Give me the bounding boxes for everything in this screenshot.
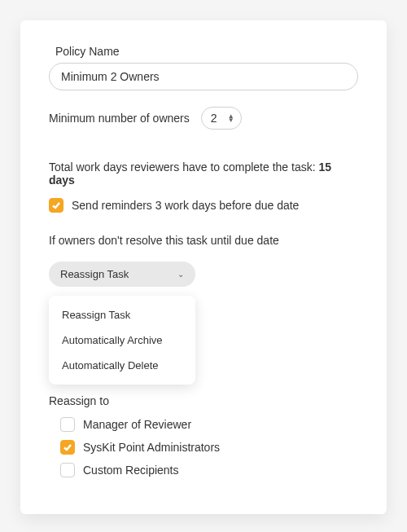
- reassign-custom-checkbox[interactable]: [60, 463, 75, 477]
- action-dropdown-menu: Reassign Task Automatically Archive Auto…: [49, 296, 195, 385]
- dropdown-item-archive[interactable]: Automatically Archive: [49, 328, 195, 353]
- policy-form-card: Policy Name Minimum number of owners 2 ▲…: [20, 20, 387, 514]
- min-owners-value: 2: [208, 112, 217, 125]
- stepper-controls: ▲ ▼: [228, 114, 234, 122]
- min-owners-row: Minimum number of owners 2 ▲ ▼: [49, 107, 358, 130]
- workdays-prefix: Total work days reviewers have to comple…: [49, 160, 318, 174]
- reassign-admins-label: SysKit Point Administrators: [83, 441, 220, 454]
- policy-name-label: Policy Name: [55, 45, 358, 58]
- action-dropdown: Reassign Task ⌄ Reassign Task Automatica…: [49, 262, 195, 287]
- min-owners-label: Minimum number of owners: [49, 112, 190, 125]
- min-owners-stepper[interactable]: 2 ▲ ▼: [201, 107, 242, 130]
- reassign-to-label: Reassign to: [49, 394, 358, 407]
- reassign-admins-row: SysKit Point Administrators: [60, 440, 358, 455]
- reassign-section: Reassign to Manager of Reviewer SysKit P…: [49, 394, 358, 477]
- workdays-text: Total work days reviewers have to comple…: [49, 160, 358, 187]
- reassign-options: Manager of Reviewer SysKit Point Adminis…: [49, 417, 358, 477]
- reassign-custom-label: Custom Recipients: [83, 464, 179, 477]
- reassign-custom-row: Custom Recipients: [60, 463, 358, 477]
- check-icon: [63, 442, 72, 452]
- stepper-down-icon[interactable]: ▼: [228, 118, 234, 122]
- dropdown-item-reassign[interactable]: Reassign Task: [49, 302, 195, 328]
- reminder-checkbox[interactable]: [49, 198, 63, 213]
- reminder-label: Send reminders 3 work days before due da…: [72, 199, 299, 212]
- policy-name-input[interactable]: [49, 63, 358, 90]
- action-dropdown-trigger[interactable]: Reassign Task ⌄: [49, 262, 195, 287]
- reassign-manager-checkbox[interactable]: [60, 417, 75, 432]
- dropdown-item-delete[interactable]: Automatically Delete: [49, 353, 195, 378]
- unresolved-label: If owners don't resolve this task until …: [49, 234, 358, 247]
- reassign-manager-label: Manager of Reviewer: [83, 418, 191, 431]
- reminder-row: Send reminders 3 work days before due da…: [49, 198, 358, 213]
- chevron-down-icon: ⌄: [177, 270, 184, 279]
- check-icon: [51, 200, 61, 210]
- action-dropdown-selected: Reassign Task: [60, 268, 129, 280]
- reassign-admins-checkbox[interactable]: [60, 440, 75, 455]
- reassign-manager-row: Manager of Reviewer: [60, 417, 358, 432]
